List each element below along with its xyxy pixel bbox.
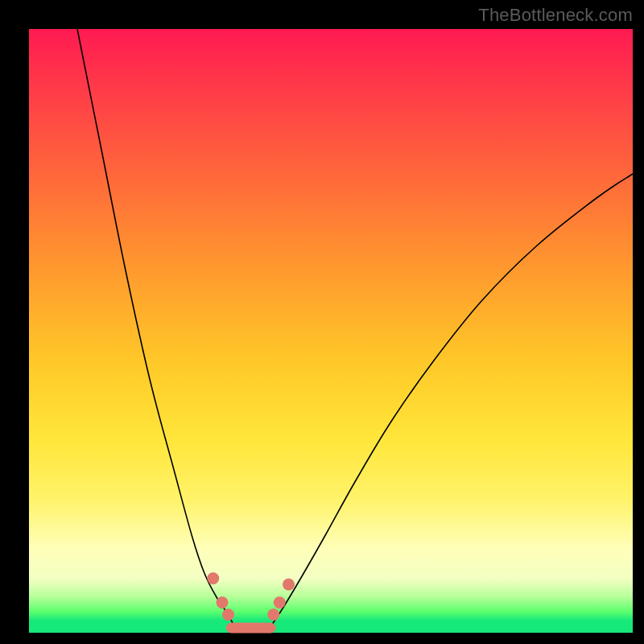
marker-dot [207, 572, 219, 584]
marker-dot [217, 597, 229, 609]
plot-area [29, 29, 633, 633]
curve-left-branch [77, 29, 234, 627]
marker-dot [267, 609, 279, 621]
curve-svg [29, 29, 633, 633]
outer-frame: TheBottleneck.com [0, 0, 644, 644]
marker-dot [283, 579, 295, 591]
marker-dot [274, 597, 286, 609]
marker-dots-group [207, 572, 295, 621]
watermark-text: TheBottleneck.com [478, 5, 633, 26]
marker-dot [222, 609, 234, 621]
curve-right-branch [270, 174, 633, 627]
